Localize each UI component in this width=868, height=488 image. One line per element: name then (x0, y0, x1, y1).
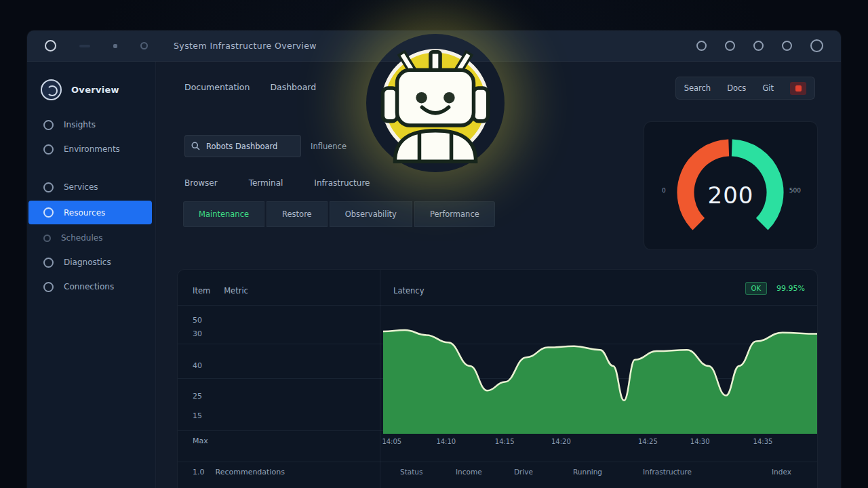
window-title: System Infrastructure Overview (174, 41, 317, 51)
gauge-card: 200 0 500 (644, 122, 817, 249)
table-row-value: 50 (193, 316, 202, 325)
sidebar-item-services[interactable]: Services (27, 175, 155, 199)
sidebar-item-label: Environments (64, 144, 120, 154)
table-header-col-1: Metric (224, 286, 248, 296)
footer-col-income: Income (456, 468, 482, 476)
breadcrumb: DocumentationDashboard (184, 82, 316, 92)
shield-icon[interactable] (782, 41, 792, 51)
menu-icon[interactable] (79, 45, 90, 47)
footer-col-infrastructure: Infrastructure (643, 468, 692, 476)
x-tick-label: 14:20 (551, 438, 571, 445)
search-input[interactable] (206, 142, 294, 151)
refresh-icon[interactable] (140, 42, 148, 49)
maintenance-button[interactable]: Maintenance (183, 201, 264, 227)
sidebar-item-label: Schedules (61, 233, 102, 243)
status-value: 99.95% (776, 284, 805, 293)
sidebar-item-diagnostics[interactable]: Diagnostics (27, 250, 155, 274)
filter-buttons: MaintenanceRestoreObservabilityPerforman… (183, 201, 495, 227)
sidebar-item-environments[interactable]: Environments (27, 137, 155, 161)
table-header: ItemMetric (193, 286, 248, 296)
search-button[interactable]: Search (684, 83, 711, 93)
table-row-value: 15 (193, 411, 202, 420)
x-tick-label: 14:05 (382, 438, 401, 445)
panel-footer-left: 1.0Recommendations (193, 468, 285, 476)
sidebar-item-resources[interactable]: Resources (28, 201, 152, 224)
view-tabs: BrowserTerminalInfrastructure (184, 178, 370, 188)
x-tick-label: 14:30 (690, 438, 710, 445)
breadcrumb-item-0[interactable]: Documentation (184, 82, 250, 92)
table-row-value: 30 (193, 329, 202, 338)
sidebar-item-label: Services (64, 182, 98, 192)
sidebar-item-connections[interactable]: Connections (27, 274, 155, 299)
docs-button[interactable]: Docs (727, 83, 746, 93)
search-scope-label[interactable]: Influence (311, 142, 347, 151)
sidebar-item-insights[interactable]: Insights (27, 113, 155, 137)
footer-col-index: Index (772, 468, 791, 476)
x-tick-label: 14:35 (753, 438, 773, 445)
footer-col-status: Status (400, 468, 422, 476)
tab-infrastructure[interactable]: Infrastructure (314, 178, 370, 188)
header-actions: SearchDocsGit (675, 77, 815, 100)
footer-col-running: Running (573, 468, 602, 476)
environments-icon (43, 144, 54, 155)
alert-button[interactable] (790, 82, 806, 95)
gauge-max-label: 500 (789, 187, 801, 194)
search-box[interactable] (184, 135, 301, 157)
x-axis-labels: 14:0514:1014:1514:2014:2514:3014:35 (383, 438, 817, 447)
connections-icon (43, 282, 54, 292)
diagnostics-icon (43, 258, 54, 268)
metrics-panel: ItemMetric Latency OK 99.95% 5030402515M… (178, 270, 817, 488)
resources-icon (43, 207, 54, 218)
table-header-col-0: Item (193, 286, 210, 296)
sidebar-item-label: Connections (64, 282, 114, 291)
insights-icon (43, 120, 54, 130)
x-tick-label: 14:15 (495, 438, 515, 445)
area-chart (383, 310, 817, 434)
sidebar-item-label: Resources (64, 208, 105, 218)
sidebar-item-schedules[interactable]: Schedules (27, 226, 155, 250)
app-logo-icon[interactable] (45, 40, 56, 52)
robot-icon (366, 34, 505, 172)
user-avatar-icon[interactable] (810, 39, 823, 52)
sidebar-menu: InsightsEnvironmentsServicesResourcesSch… (27, 113, 155, 299)
robot-mascot-logo (366, 34, 505, 172)
footer-left-1: Recommendations (216, 468, 285, 476)
table-row-value: 40 (193, 361, 202, 370)
footer-left-0: 1.0 (193, 468, 205, 476)
search-icon (191, 142, 200, 150)
tab-browser[interactable]: Browser (184, 178, 218, 188)
schedules-icon (43, 235, 51, 242)
action-buttons: SearchDocsGit (684, 83, 774, 93)
x-tick-label: 14:10 (436, 438, 456, 445)
status-badge: OK (745, 282, 767, 295)
bell-icon[interactable] (753, 41, 764, 51)
user-avatar[interactable] (41, 79, 62, 100)
sidebar-item-label: Insights (64, 120, 96, 129)
pin-icon[interactable] (725, 41, 735, 51)
performance-button[interactable]: Performance (414, 201, 495, 227)
footer-col-drive: Drive (514, 468, 533, 476)
sidebar-item-label: Diagnostics (64, 258, 111, 267)
sidebar-header: Overview (27, 62, 155, 113)
table-row-value: 25 (193, 392, 202, 401)
x-tick-label: 14:25 (638, 438, 658, 445)
observability-button[interactable]: Observability (330, 201, 412, 227)
restore-button[interactable]: Restore (267, 201, 328, 227)
chart-status: OK 99.95% (745, 282, 805, 295)
services-icon (43, 182, 54, 192)
gauge-value: 200 (644, 182, 817, 209)
sidebar-title: Overview (71, 85, 119, 95)
sidebar: Overview InsightsEnvironmentsServicesRes… (27, 62, 156, 488)
breadcrumb-item-1[interactable]: Dashboard (270, 82, 316, 92)
git-button[interactable]: Git (762, 83, 774, 93)
tab-terminal[interactable]: Terminal (249, 178, 283, 188)
dot-icon (113, 44, 117, 48)
gauge-min-label: 0 (662, 187, 666, 194)
history-icon[interactable] (696, 41, 707, 51)
navbar-icons (696, 39, 823, 52)
table-row-value: Max (193, 436, 208, 445)
chart-title: Latency (393, 286, 424, 296)
